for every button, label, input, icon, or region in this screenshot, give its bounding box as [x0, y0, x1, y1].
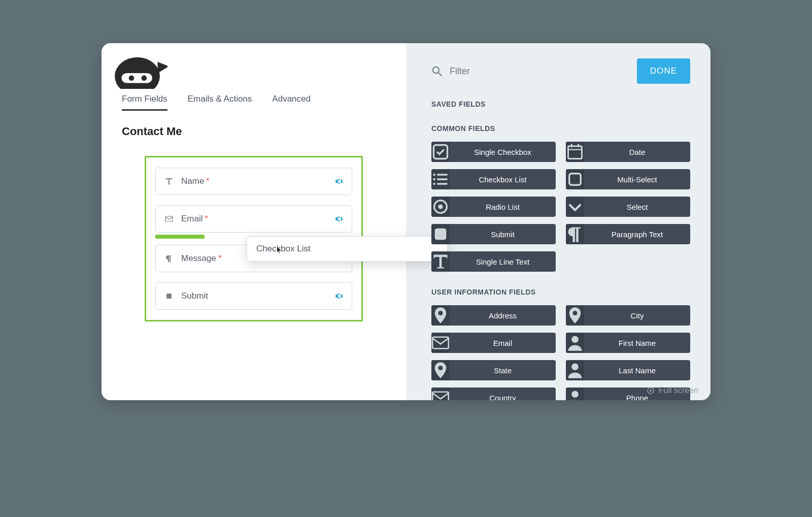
pin-icon: [566, 305, 584, 326]
svg-line-7: [438, 73, 442, 76]
svg-point-16: [433, 174, 435, 176]
dot-circle-icon: [431, 197, 450, 217]
user-icon: [566, 387, 584, 400]
field-label: Submit: [181, 291, 208, 301]
field-button-label: Paragraph Text: [584, 230, 690, 239]
svg-rect-22: [435, 229, 447, 240]
field-button-label: Submit: [450, 230, 556, 239]
list-icon: [431, 169, 450, 189]
user-field-address[interactable]: Address: [431, 305, 556, 326]
svg-point-21: [438, 205, 443, 209]
field-label: Email: [181, 214, 203, 224]
field-button-label: City: [584, 311, 690, 320]
svg-point-24: [571, 336, 579, 343]
field-submit[interactable]: Submit: [155, 282, 352, 310]
svg-rect-9: [568, 146, 582, 159]
field-label: Name: [181, 176, 204, 186]
builder-panel: Form Fields Emails & Actions Advanced Co…: [101, 43, 406, 400]
user-field-last-name[interactable]: Last Name: [566, 360, 690, 380]
field-button-label: Last Name: [584, 366, 690, 375]
field-button-label: Radio List: [450, 203, 556, 211]
envelope-icon: [431, 333, 450, 353]
fullscreen-label: Full screen: [659, 386, 698, 395]
field-email[interactable]: Email *: [155, 205, 352, 233]
svg-point-27: [571, 391, 579, 398]
user-field-state[interactable]: State: [431, 360, 556, 380]
common-field-multi-select[interactable]: Multi-Select: [566, 169, 690, 189]
done-button[interactable]: DONE: [637, 58, 690, 84]
section-user-fields: USER INFORMATION FIELDS: [431, 288, 690, 296]
field-button-label: Country: [450, 394, 556, 401]
expand-icon: [647, 386, 655, 395]
svg-point-18: [433, 183, 435, 185]
required-mark: *: [218, 254, 221, 263]
common-fields-grid: Single CheckboxDateCheckbox ListMulti-Se…: [431, 142, 690, 272]
svg-rect-5: [166, 294, 172, 299]
section-saved-fields: SAVED FIELDS: [431, 100, 690, 108]
field-button-label: Select: [584, 203, 690, 211]
user-field-email[interactable]: Email: [431, 333, 556, 353]
tab-advanced[interactable]: Advanced: [272, 94, 311, 111]
svg-rect-19: [569, 174, 581, 185]
field-button-label: Date: [584, 148, 690, 156]
tab-form-fields[interactable]: Form Fields: [122, 94, 167, 111]
palette-header: DONE: [431, 58, 690, 84]
square-icon: [431, 224, 450, 244]
envelope-icon: [164, 215, 174, 223]
gear-icon[interactable]: [335, 292, 344, 300]
text-icon: [431, 251, 450, 272]
field-label: Message: [181, 253, 216, 264]
common-field-submit[interactable]: Submit: [431, 224, 556, 244]
app-window: Form Fields Emails & Actions Advanced Co…: [101, 43, 710, 400]
common-field-single-checkbox[interactable]: Single Checkbox: [431, 142, 556, 162]
calendar-icon: [566, 142, 584, 162]
field-name[interactable]: Name *: [155, 168, 352, 195]
field-button-label: Checkbox List: [450, 175, 556, 184]
svg-rect-1: [121, 73, 152, 83]
square-o-icon: [566, 169, 584, 189]
filter-input[interactable]: [450, 66, 551, 77]
field-button-label: State: [450, 366, 556, 375]
tab-emails-actions[interactable]: Emails & Actions: [188, 94, 252, 111]
user-field-country[interactable]: Country: [431, 387, 556, 400]
chevron-down-icon: [566, 197, 584, 217]
field-button-label: Single Checkbox: [450, 148, 556, 156]
fullscreen-toggle[interactable]: Full screen: [647, 386, 698, 395]
text-icon: [164, 177, 174, 185]
field-button-label: Single Line Text: [450, 257, 556, 266]
common-field-single-line-text[interactable]: Single Line Text: [431, 251, 556, 272]
svg-point-29: [650, 390, 652, 392]
common-field-paragraph-text[interactable]: Paragraph Text: [566, 224, 690, 244]
form-title: Contact Me: [122, 125, 386, 138]
common-field-select[interactable]: Select: [566, 197, 690, 217]
common-field-checkbox-list[interactable]: Checkbox List: [431, 169, 556, 189]
square-icon: [164, 292, 174, 300]
pin-icon: [431, 305, 450, 326]
gear-icon[interactable]: [335, 177, 344, 185]
user-field-city[interactable]: City: [566, 305, 690, 326]
svg-point-3: [142, 75, 147, 81]
field-button-label: First Name: [584, 339, 690, 347]
drop-indicator: [155, 235, 205, 239]
required-mark: *: [206, 177, 209, 186]
dragging-label: Checkbox List: [256, 244, 311, 253]
tabs: Form Fields Emails & Actions Advanced: [122, 94, 386, 111]
svg-point-0: [115, 57, 160, 89]
paragraph-icon: [566, 224, 584, 244]
pin-icon: [431, 360, 450, 380]
section-common-fields: COMMON FIELDS: [431, 124, 690, 133]
svg-point-17: [433, 178, 435, 181]
user-field-first-name[interactable]: First Name: [566, 333, 690, 353]
svg-point-25: [571, 364, 579, 371]
user-icon: [566, 333, 584, 353]
common-field-date[interactable]: Date: [566, 142, 690, 162]
common-field-radio-list[interactable]: Radio List: [431, 197, 556, 217]
search-icon: [431, 66, 443, 77]
gear-icon[interactable]: [335, 215, 344, 223]
svg-point-6: [433, 67, 439, 73]
required-mark: *: [205, 214, 208, 223]
search-wrap: [431, 66, 628, 77]
ninja-logo: [112, 48, 167, 89]
field-palette: DONE SAVED FIELDS COMMON FIELDS Single C…: [406, 43, 710, 400]
envelope-icon: [431, 387, 450, 400]
